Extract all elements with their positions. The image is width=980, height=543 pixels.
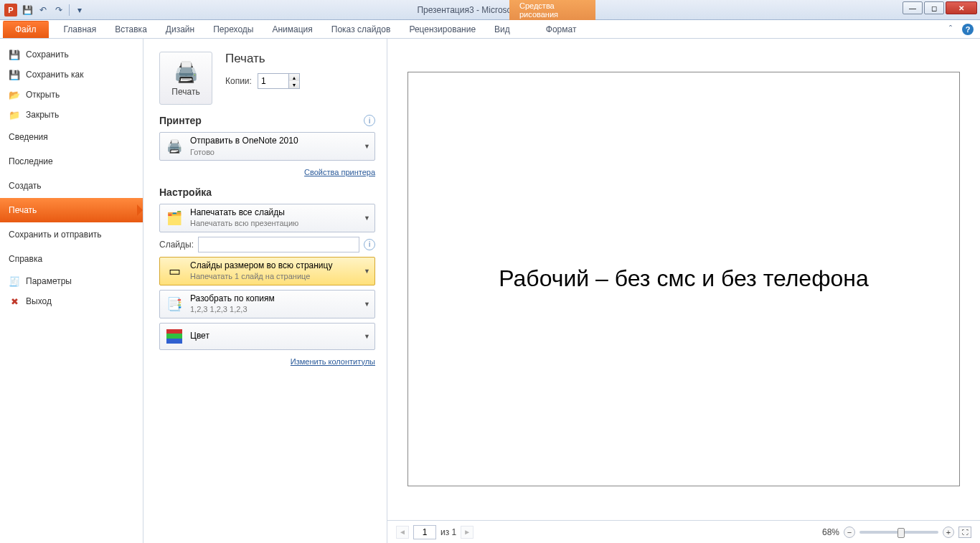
copies-down[interactable]: ▼ (289, 81, 299, 88)
copies-input[interactable] (258, 74, 288, 88)
nav-recent[interactable]: Последние (0, 149, 143, 174)
layout-title: Слайды размером во всю страницу (190, 260, 332, 272)
collate-dropdown[interactable]: 📑 Разобрать по копиям 1,2,3 1,2,3 1,2,3 … (159, 290, 375, 318)
nav-new[interactable]: Создать (0, 174, 143, 198)
tab-design[interactable]: Дизайн (156, 21, 204, 38)
page-of-label: из 1 (440, 527, 456, 537)
tab-review[interactable]: Рецензирование (400, 21, 485, 38)
tab-view[interactable]: Вид (485, 21, 519, 38)
tab-file[interactable]: Файл (3, 21, 49, 38)
qat-customize-icon[interactable]: ▾ (72, 3, 87, 17)
copies-label: Копии: (225, 76, 252, 86)
info-icon[interactable]: i (364, 239, 375, 250)
minimize-ribbon-icon[interactable]: ˆ (944, 23, 957, 36)
range-sub: Напечатать всю презентацию (190, 218, 298, 228)
tab-insert[interactable]: Вставка (105, 21, 156, 38)
next-page-button[interactable]: ► (461, 526, 473, 539)
tab-slideshow[interactable]: Показ слайдов (322, 21, 400, 38)
minimize-button[interactable]: — (903, 1, 923, 14)
nav-close[interactable]: 📁Закрыть (0, 105, 143, 125)
slides-all-icon: 🗂️ (164, 209, 184, 227)
tab-format[interactable]: Формат (537, 21, 586, 38)
nav-label: Справка (9, 254, 42, 264)
options-icon: 🧾 (9, 275, 20, 287)
tab-home[interactable]: Главная (55, 21, 106, 38)
settings-section-title: Настройка (159, 186, 375, 198)
nav-options[interactable]: 🧾Параметры (0, 271, 143, 291)
copies-spinner[interactable]: ▲ ▼ (258, 73, 300, 89)
close-button[interactable]: ✕ (946, 1, 977, 14)
printer-status: Готово (190, 147, 298, 157)
preview-canvas: Рабочий – без смс и без телефона (387, 39, 980, 520)
color-dropdown[interactable]: Цвет ▼ (159, 323, 375, 350)
copies-up[interactable]: ▲ (289, 74, 299, 81)
print-layout-dropdown[interactable]: ▭ Слайды размером во всю страницу Напеча… (159, 257, 375, 285)
undo-icon[interactable]: ↶ (36, 3, 50, 17)
app-icon (4, 4, 17, 16)
slides-input[interactable] (198, 237, 359, 252)
nav-open[interactable]: 📂Открыть (0, 85, 143, 105)
backstage-nav: 💾Сохранить 💾Сохранить как 📂Открыть 📁Закр… (0, 39, 143, 543)
print-button[interactable]: 🖨️ Печать (159, 52, 212, 105)
page-number-input[interactable] (413, 525, 436, 539)
qat-separator (69, 4, 70, 16)
ribbon-tabs: Файл Главная Вставка Дизайн Переходы Ани… (0, 20, 980, 39)
printer-properties-link[interactable]: Свойства принтера (304, 168, 375, 176)
maximize-button[interactable]: ◻ (924, 1, 944, 14)
info-icon[interactable]: i (364, 115, 375, 126)
nav-print[interactable]: Печать (0, 198, 143, 222)
contextual-tab-group: Средства рисования (509, 0, 595, 20)
print-button-label: Печать (171, 87, 199, 97)
print-range-dropdown[interactable]: 🗂️ Напечатать все слайды Напечатать всю … (159, 204, 375, 232)
nav-label: Сохранить как (26, 70, 83, 80)
collate-sub: 1,2,3 1,2,3 1,2,3 (190, 304, 275, 314)
printer-dropdown[interactable]: 🖨️ Отправить в OneNote 2010 Готово ▼ (159, 132, 375, 161)
nav-save-as[interactable]: 💾Сохранить как (0, 65, 143, 85)
preview-footer: ◄ из 1 ► 68% − + ⛶ (387, 520, 980, 543)
help-icon[interactable]: ? (961, 23, 974, 36)
nav-info[interactable]: Сведения (0, 125, 143, 149)
chevron-down-icon: ▼ (364, 143, 370, 150)
edit-header-footer-link[interactable]: Изменить колонтитулы (291, 357, 375, 366)
page-layout-icon: ▭ (164, 263, 184, 280)
prev-page-button[interactable]: ◄ (396, 526, 409, 539)
tab-animations[interactable]: Анимация (263, 21, 321, 38)
fit-to-window-button[interactable]: ⛶ (958, 527, 971, 538)
chevron-down-icon: ▼ (364, 301, 370, 308)
print-title: Печать (225, 52, 300, 66)
nav-label: Открыть (26, 90, 60, 100)
slide-text: Рабочий – без смс и без телефона (499, 263, 869, 294)
range-title: Напечатать все слайды (190, 207, 298, 219)
nav-save[interactable]: 💾Сохранить (0, 44, 143, 65)
exit-icon: ✖ (9, 296, 20, 307)
backstage-view: 💾Сохранить 💾Сохранить как 📂Открыть 📁Закр… (0, 39, 980, 543)
window-controls: — ◻ ✕ (903, 1, 977, 14)
nav-label: Создать (9, 181, 42, 191)
redo-icon[interactable]: ↷ (52, 3, 66, 17)
nav-exit[interactable]: ✖Выход (0, 291, 143, 311)
color-swatch-icon (164, 328, 184, 345)
save-icon: 💾 (9, 49, 20, 60)
nav-label: Параметры (26, 276, 72, 286)
nav-label: Последние (9, 156, 53, 166)
zoom-in-button[interactable]: + (943, 527, 954, 538)
nav-help[interactable]: Справка (0, 247, 143, 271)
printer-name: Отправить в OneNote 2010 (190, 136, 298, 147)
nav-label: Сохранить (26, 49, 69, 60)
nav-label: Закрыть (26, 110, 59, 120)
tab-transitions[interactable]: Переходы (204, 21, 263, 38)
save-icon[interactable]: 💾 (20, 3, 34, 17)
printer-section-title: Принтер i (159, 115, 375, 126)
folder-open-icon: 📂 (9, 89, 20, 100)
layout-sub: Напечатать 1 слайд на странице (190, 271, 332, 281)
quick-access-toolbar: 💾 ↶ ↷ ▾ (20, 3, 87, 17)
color-title: Цвет (190, 331, 209, 342)
nav-share[interactable]: Сохранить и отправить (0, 222, 143, 247)
nav-label: Сведения (9, 132, 48, 142)
zoom-out-button[interactable]: − (844, 527, 855, 538)
collate-title: Разобрать по копиям (190, 293, 275, 305)
nav-label: Печать (9, 205, 37, 215)
zoom-slider[interactable] (859, 531, 938, 534)
zoom-value: 68% (822, 527, 839, 537)
nav-label: Сохранить и отправить (9, 230, 102, 240)
